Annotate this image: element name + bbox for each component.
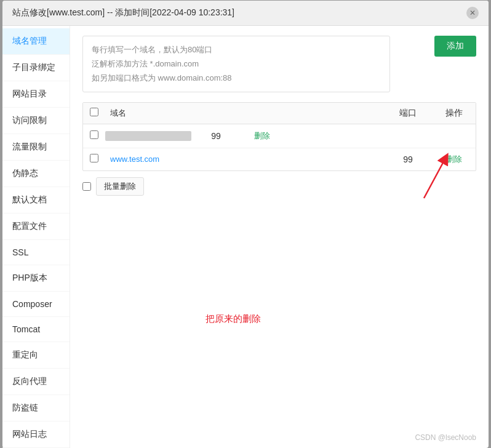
hint-line1: 每行填写一个域名，默认为80端口: [92, 42, 381, 57]
table-header: 域名 端口 操作: [83, 103, 476, 124]
sidebar-item-hotlink[interactable]: 防盗链: [2, 395, 70, 422]
sidebar-item-webdir[interactable]: 网站目录: [2, 81, 70, 108]
select-all-checkbox[interactable]: [90, 108, 98, 116]
modal-title: 站点修改[www.test.com] -- 添加时间[2022-04-09 10…: [12, 7, 234, 18]
header-port: 端口: [383, 108, 433, 119]
hint-line2: 泛解析添加方法 *.domain.com: [92, 57, 381, 71]
row1-domain: [105, 131, 191, 141]
sidebar: 域名管理 子目录绑定 网站目录 访问限制 流量限制 伪静态 默认文档 配置文件: [2, 26, 70, 448]
row1-port: 99: [191, 131, 241, 141]
svg-line-1: [424, 158, 445, 198]
header-domain: 域名: [105, 108, 383, 119]
sidebar-item-ssl[interactable]: SSL: [2, 240, 70, 265]
row2-check: [83, 154, 105, 164]
sidebar-item-tomcat[interactable]: Tomcat: [2, 317, 70, 342]
row2-checkbox[interactable]: [90, 154, 98, 162]
row1-checkbox[interactable]: [90, 130, 98, 139]
hint-box: 每行填写一个域名，默认为80端口 泛解析添加方法 *.domain.com 如另…: [82, 36, 390, 92]
header-check: [83, 108, 105, 118]
row1-action: 删除: [241, 130, 284, 142]
sidebar-item-config[interactable]: 配置文件: [2, 214, 70, 240]
row2-domain: www.test.com: [105, 154, 383, 164]
batch-delete-button[interactable]: 批量删除: [96, 177, 144, 196]
batch-checkbox[interactable]: [82, 182, 91, 191]
sidebar-item-logs[interactable]: 网站日志: [2, 422, 70, 448]
row2-domain-link[interactable]: www.test.com: [110, 154, 159, 164]
arrow-indicator: [412, 149, 455, 206]
sidebar-item-subdir[interactable]: 子目录绑定: [2, 55, 70, 81]
sidebar-item-access[interactable]: 访问限制: [2, 108, 70, 134]
modal-body: 域名管理 子目录绑定 网站目录 访问限制 流量限制 伪静态 默认文档 配置文件: [2, 26, 489, 448]
row1-check: [83, 130, 105, 141]
hint-line3: 如另加端口格式为 www.domain.com:88: [92, 71, 381, 85]
annotation-text: 把原来的删除: [206, 313, 261, 325]
sidebar-item-flow[interactable]: 流量限制: [2, 134, 70, 161]
add-button[interactable]: 添加: [434, 36, 476, 57]
modal-container: 站点修改[www.test.com] -- 添加时间[2022-04-09 10…: [2, 1, 489, 448]
table-row: 99 删除: [83, 124, 476, 148]
sidebar-item-default[interactable]: 默认文档: [2, 187, 70, 214]
sidebar-item-php[interactable]: PHP版本: [2, 265, 70, 292]
sidebar-item-pseudo[interactable]: 伪静态: [2, 161, 70, 187]
watermark: CSDN @lsecNoob: [415, 433, 476, 442]
header-action: 操作: [433, 108, 476, 119]
sidebar-item-proxy[interactable]: 反向代理: [2, 369, 70, 395]
sidebar-item-domain[interactable]: 域名管理: [2, 28, 70, 55]
close-button[interactable]: ✕: [466, 7, 479, 19]
modal-header: 站点修改[www.test.com] -- 添加时间[2022-04-09 10…: [2, 1, 489, 26]
row1-delete-button[interactable]: 删除: [254, 130, 270, 142]
sidebar-item-composer[interactable]: Composer: [2, 292, 70, 317]
main-content: 每行填写一个域名，默认为80端口 泛解析添加方法 *.domain.com 如另…: [70, 26, 489, 448]
sidebar-item-redirect[interactable]: 重定向: [2, 342, 70, 369]
